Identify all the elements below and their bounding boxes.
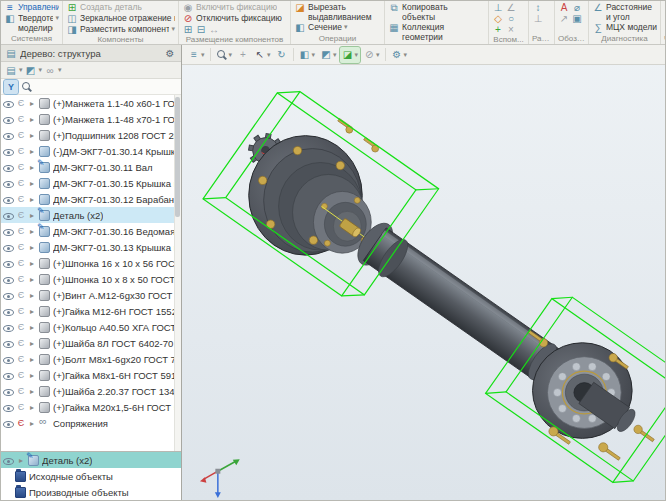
visibility-eye-icon[interactable] bbox=[3, 162, 14, 173]
geometry-collection-button[interactable]: Коллекция геометрии bbox=[387, 22, 486, 42]
expander-icon[interactable] bbox=[28, 179, 36, 188]
expander-icon[interactable] bbox=[28, 243, 36, 252]
expander-icon[interactable] bbox=[28, 403, 36, 412]
expander-icon[interactable] bbox=[28, 291, 36, 300]
edited-part-item[interactable]: Деталь (х2) bbox=[1, 452, 181, 468]
hide-objects-button[interactable] bbox=[361, 47, 382, 63]
visibility-eye-icon[interactable] bbox=[3, 274, 14, 285]
visibility-eye-icon[interactable] bbox=[3, 306, 14, 317]
structure-view-icon[interactable] bbox=[5, 65, 17, 76]
shift-component-icon[interactable] bbox=[208, 24, 220, 35]
tree-item[interactable]: (+)Гайка М12-6Н ГОСТ 15522-70 bbox=[1, 303, 181, 319]
expander-icon[interactable] bbox=[28, 371, 36, 380]
expander-icon[interactable] bbox=[28, 211, 36, 220]
pan-button[interactable] bbox=[235, 47, 251, 63]
management-menu-button[interactable]: Управление bbox=[3, 2, 60, 13]
dimension-icon[interactable] bbox=[532, 2, 544, 13]
visibility-eye-icon[interactable] bbox=[3, 242, 14, 253]
create-part-button[interactable]: Создать деталь bbox=[65, 2, 176, 13]
visibility-eye-icon[interactable] bbox=[3, 258, 14, 269]
visibility-eye-icon[interactable] bbox=[3, 146, 14, 157]
chevron-down-icon[interactable] bbox=[58, 65, 62, 75]
flange-studs-upper[interactable] bbox=[338, 118, 379, 152]
tree-scrollbar[interactable] bbox=[174, 95, 181, 451]
derived-objects-item[interactable]: Производные объекты bbox=[1, 484, 181, 500]
visibility-eye-icon[interactable] bbox=[3, 322, 14, 333]
mode-selector-dropdown[interactable]: Твердотельное моделирование bbox=[3, 13, 60, 33]
visibility-eye-icon[interactable] bbox=[3, 130, 14, 141]
tree-item[interactable]: (+)Шпонка 10 х 8 х 50 ГОСТ 23360-... bbox=[1, 271, 181, 287]
visibility-eye-icon[interactable] bbox=[3, 114, 14, 125]
tree-item[interactable]: ДМ-ЭКГ7-01.30.13 Крышка под... bbox=[1, 239, 181, 255]
visibility-eye-icon[interactable] bbox=[3, 178, 14, 189]
expander-icon[interactable] bbox=[28, 131, 36, 140]
tree-item[interactable]: (+)Шайба 8Л ГОСТ 6402-70 (х16) bbox=[1, 335, 181, 351]
tree-item[interactable]: ДМ-ЭКГ7-01.30.16 Ведомая зве... bbox=[1, 223, 181, 239]
place-component-button[interactable]: Разместить компонент bbox=[65, 24, 176, 35]
visibility-eye-icon[interactable] bbox=[3, 194, 14, 205]
tree-item[interactable]: ДМ-ЭКГ7-01.30.12 Барабан bbox=[1, 191, 181, 207]
array-icon[interactable] bbox=[388, 42, 400, 44]
tree-item[interactable]: (+)Манжета 1.1-40 х60-1 ГОСТ 875... bbox=[1, 95, 181, 111]
visibility-eye-icon[interactable] bbox=[3, 290, 14, 301]
expander-icon[interactable] bbox=[28, 419, 36, 428]
visibility-eye-icon[interactable] bbox=[3, 455, 14, 466]
expander-icon[interactable] bbox=[28, 307, 36, 316]
expander-icon[interactable] bbox=[28, 163, 36, 172]
visibility-eye-icon[interactable] bbox=[3, 354, 14, 365]
aux-cross-icon[interactable] bbox=[505, 24, 517, 35]
expander-icon[interactable] bbox=[28, 275, 36, 284]
expander-icon[interactable] bbox=[28, 355, 36, 364]
visibility-eye-icon[interactable] bbox=[3, 386, 14, 397]
tree-item-selected[interactable]: Деталь (х2) bbox=[1, 207, 181, 223]
aux-cs-icon[interactable] bbox=[505, 13, 517, 24]
aux-axis-icon[interactable] bbox=[505, 2, 517, 13]
tree-item[interactable]: (+)Гайка М8х1-6Н ГОСТ 5916-70 (х... bbox=[1, 367, 181, 383]
tree-item[interactable]: (+)Подшипник 1208 ГОСТ 28428-9... bbox=[1, 127, 181, 143]
rotate-view-button[interactable]: ↻ bbox=[274, 47, 290, 63]
leader-icon[interactable] bbox=[558, 13, 570, 24]
components-filter-icon[interactable] bbox=[25, 65, 37, 76]
tree-item[interactable]: (+)Шпонка 16 х 10 х 56 ГОСТ 23360... bbox=[1, 255, 181, 271]
filter-button[interactable] bbox=[4, 80, 18, 94]
visibility-eye-icon[interactable] bbox=[3, 402, 14, 413]
text-designation-icon[interactable] bbox=[558, 2, 570, 13]
expander-icon[interactable] bbox=[28, 339, 36, 348]
tree-item[interactable]: (-)ДМ-ЭКГ7-01.30.14 Крышка под... bbox=[1, 143, 181, 159]
source-objects-item[interactable]: Исходные объекты bbox=[1, 468, 181, 484]
aux-add-icon[interactable] bbox=[492, 24, 504, 35]
copy-objects-button[interactable]: Копировать объекты bbox=[387, 2, 486, 22]
chevron-down-icon[interactable] bbox=[39, 65, 43, 75]
assembly-3d-scene[interactable] bbox=[182, 45, 665, 500]
mirror-component-button[interactable]: Зеркальное отражение ко... bbox=[65, 13, 176, 24]
shaft[interactable] bbox=[351, 217, 562, 384]
gear-icon[interactable] bbox=[163, 46, 177, 60]
cut-extrude-button[interactable]: Вырезать выдавливанием bbox=[293, 2, 382, 22]
scheme-button[interactable] bbox=[186, 47, 207, 63]
viewport-settings-button[interactable] bbox=[389, 47, 410, 63]
expander-icon[interactable] bbox=[28, 147, 36, 156]
visibility-eye-icon[interactable] bbox=[3, 98, 14, 109]
move-component-icon[interactable] bbox=[182, 24, 194, 35]
aux-point-icon[interactable] bbox=[492, 13, 504, 24]
tree-item[interactable]: ДМ-ЭКГ7-01.30.15 Крышка под... bbox=[1, 175, 181, 191]
diameter-designation-icon[interactable] bbox=[571, 2, 583, 13]
expander-icon[interactable] bbox=[28, 115, 36, 124]
visibility-eye-icon[interactable] bbox=[3, 226, 14, 237]
tree-item[interactable]: (+)Винт А.М12-6gх30 ГОСТ 1481-8... bbox=[1, 287, 181, 303]
expander-icon[interactable] bbox=[28, 259, 36, 268]
tree-item[interactable]: (+)Гайка М20х1,5-6Н ГОСТ 5916-70... bbox=[1, 399, 181, 415]
drawing-icon[interactable] bbox=[664, 2, 665, 13]
chevron-down-icon[interactable] bbox=[19, 65, 23, 75]
search-button[interactable] bbox=[20, 80, 34, 94]
zoom-button[interactable] bbox=[214, 47, 235, 63]
expander-icon[interactable] bbox=[28, 387, 36, 396]
dimension-aux-icon[interactable] bbox=[532, 13, 544, 24]
enable-fixation-button[interactable]: Включить фиксацию bbox=[181, 2, 288, 13]
3d-viewport[interactable]: ↖ ↻ bbox=[182, 45, 665, 500]
rotate-component-icon[interactable] bbox=[195, 24, 207, 35]
expander-icon[interactable] bbox=[28, 195, 36, 204]
visibility-eye-icon[interactable] bbox=[3, 338, 14, 349]
tree-item-mates[interactable]: Сопряжения bbox=[1, 415, 181, 431]
tree-item[interactable]: (+)Кольцо А40.50 ХГА ГОСТ 13942... bbox=[1, 319, 181, 335]
